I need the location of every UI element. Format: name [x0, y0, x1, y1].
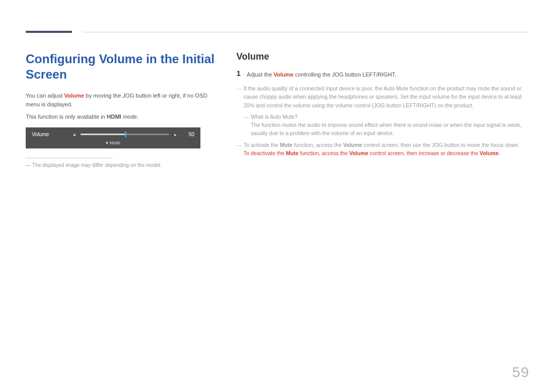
mute-deact-end: . — [498, 150, 500, 156]
mute-deactivate-line: To deactivate the Mute function, access … — [244, 150, 500, 156]
intro-text: You can adjust Volume by moving the JOG … — [26, 91, 216, 109]
right-column: Volume 1 Adjust the Volume controlling t… — [236, 51, 529, 169]
triangle-down-icon: ▾ — [106, 140, 108, 145]
intro-highlight: Volume — [64, 92, 84, 99]
note-audio-quality: If the audio quality of a connected inpu… — [236, 84, 529, 109]
mode-text: This function is only available in HDMI … — [26, 113, 216, 121]
mode-pre: This function is only available in — [26, 114, 107, 120]
triangle-right-icon: ▸ — [174, 132, 177, 137]
disclaimer-text: The displayed image may differ depending… — [32, 162, 162, 168]
mode-highlight: HDMI — [107, 114, 121, 120]
intro-paragraphs: You can adjust Volume by moving the JOG … — [26, 91, 216, 121]
mute-act-post: control screen, then use the JOG button … — [362, 142, 520, 148]
step1-pre: Adjust the — [247, 71, 273, 78]
section-marker — [26, 31, 72, 33]
step-1: 1 Adjust the Volume controlling the JOG … — [236, 69, 529, 79]
automute-answer: The function mutes the audio to improve … — [251, 122, 522, 136]
mute-hl-1: Mute — [280, 142, 293, 148]
left-column: Configuring Volume in the Initial Screen… — [26, 51, 216, 169]
mute-deact-pre: To deactivate the — [244, 150, 286, 156]
page-title: Configuring Volume in the Initial Screen — [26, 51, 216, 82]
osd-volume-slider — [81, 134, 169, 135]
osd-row-mute: ▾ Mute — [32, 140, 194, 145]
volume-hl-3: Volume — [479, 150, 498, 156]
volume-hl-1: Volume — [343, 142, 362, 148]
footnote-rule — [26, 158, 113, 158]
osd-mute-label: Mute — [110, 140, 120, 145]
osd-row-main: Volume ◂ ▸ 50 — [32, 132, 194, 137]
mute-deact-mid: function, access the — [299, 150, 349, 156]
osd-volume-value: 50 — [182, 132, 194, 137]
mute-act-pre: To activate the — [244, 142, 280, 148]
osd-volume-panel: Volume ◂ ▸ 50 ▾ Mute — [26, 127, 200, 148]
intro-pre: You can adjust — [26, 92, 64, 99]
mute-act-mid: function, access the — [292, 142, 343, 148]
step-number: 1 — [236, 69, 240, 79]
osd-volume-label: Volume — [32, 132, 68, 137]
mute-hl-2: Mute — [286, 150, 299, 156]
triangle-left-icon: ◂ — [73, 132, 76, 137]
image-disclaimer: ― The displayed image may differ dependi… — [26, 161, 216, 169]
section-heading-volume: Volume — [236, 51, 529, 62]
osd-slider-thumb — [125, 132, 126, 137]
automute-question: What is Auto Mute? — [251, 114, 298, 120]
volume-hl-2: Volume — [349, 150, 368, 156]
osd-slider-fill — [81, 134, 125, 135]
note-mute-activate: To activate the Mute function, access th… — [236, 141, 529, 158]
header-rule — [82, 32, 529, 32]
mute-deact-mid2: control screen, then increase or decreas… — [368, 150, 480, 156]
step1-post: controlling the JOG button LEFT/RIGHT. — [293, 71, 396, 78]
page-number: 59 — [512, 364, 529, 381]
mode-post: mode. — [121, 114, 139, 120]
step1-highlight: Volume — [273, 71, 293, 78]
step-body: Adjust the Volume controlling the JOG bu… — [247, 69, 396, 79]
note-automute: What is Auto Mute? The function mutes th… — [244, 113, 529, 138]
